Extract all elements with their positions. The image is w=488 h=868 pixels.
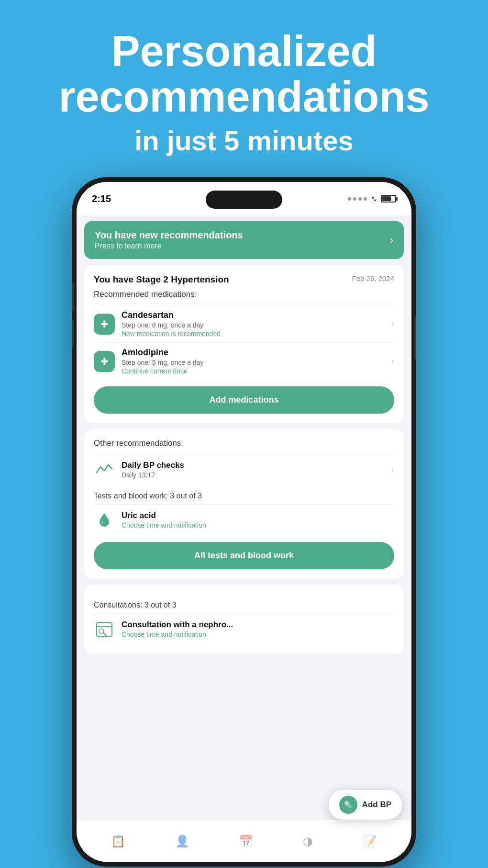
consult-icon [94, 619, 115, 640]
candesartan-name: Candesartan [122, 310, 391, 320]
bp-chart-icon [94, 459, 115, 480]
candesartan-dose: Step one: 8 mg, once a day [122, 321, 391, 329]
consultation-item[interactable]: Consultation with a nephro... Choose tim… [94, 613, 394, 644]
other-rec-label: Other recommendations: [94, 439, 394, 448]
chart-icon: ◑ [303, 834, 313, 848]
notes-icon: 📝 [363, 834, 377, 848]
nav-item-home[interactable]: 📋 [111, 834, 125, 848]
amlodipine-icon: ✚ [94, 351, 115, 372]
all-tests-button[interactable]: All tests and blood work [94, 542, 394, 569]
power-button [414, 316, 416, 359]
hero-title: Personalized recommendations [29, 29, 459, 119]
add-medications-button[interactable]: Add medications [94, 386, 394, 414]
volume-up-button [72, 282, 74, 311]
add-bp-icon: ♥ [339, 796, 357, 814]
banner-title: You have new recommendations [95, 230, 243, 241]
diagnosis-title: You have Stage 2 Hypertension [94, 274, 229, 285]
screen-content: You have new recommendations Press to le… [77, 215, 411, 862]
hero-section: Personalized recommendations in just 5 m… [0, 0, 488, 177]
volume-down-button [72, 320, 74, 349]
svg-line-4 [103, 633, 106, 636]
amlodipine-dose: Step one: 5 mg, once a day [122, 359, 391, 366]
bp-name: Daily BP checks [122, 461, 391, 470]
hero-subtitle: in just 5 minutes [29, 124, 459, 158]
tests-label: Tests and blood work: 3 out of 3 [94, 492, 394, 500]
svg-text:♥: ♥ [345, 800, 349, 806]
nav-item-calendar[interactable]: 📅 [239, 834, 253, 848]
daily-bp-item[interactable]: Daily BP checks Daily 13:17 › [94, 454, 394, 485]
nav-item-profile[interactable]: 👤 [175, 834, 189, 848]
consult-action: Choose time and notification [122, 631, 394, 638]
phone-frame: 2:15 ∿ You have new recommendations [72, 177, 416, 867]
amlodipine-arrow-icon: › [391, 356, 394, 366]
uric-info: Uric acid Choose time and notification [122, 511, 394, 529]
clipboard-icon: 📋 [111, 834, 125, 848]
hypertension-card: You have Stage 2 Hypertension Feb 26, 20… [84, 265, 404, 423]
uric-acid-item[interactable]: Uric acid Choose time and notification [94, 504, 394, 535]
recommendation-banner[interactable]: You have new recommendations Press to le… [84, 221, 404, 259]
nav-item-notes[interactable]: 📝 [363, 834, 377, 848]
medications-label: Recommended medications: [94, 290, 394, 299]
person-icon: 👤 [175, 834, 189, 848]
calendar-icon: 📅 [239, 834, 253, 848]
phone-screen: 2:15 ∿ You have new recommendations [77, 182, 411, 862]
consult-name: Consultation with a nephro... [122, 620, 394, 630]
pill-icon-2: ✚ [100, 356, 109, 367]
amlodipine-info: Amlodipine Step one: 5 mg, once a day Co… [122, 348, 391, 375]
signal-icon [348, 197, 367, 201]
amlodipine-name: Amlodipine [122, 348, 391, 358]
svg-point-0 [101, 521, 103, 523]
candesartan-info: Candesartan Step one: 8 mg, once a day N… [122, 310, 391, 338]
amlodipine-item[interactable]: ✚ Amlodipine Step one: 5 mg, once a day … [94, 342, 394, 380]
banner-text: You have new recommendations Press to le… [95, 230, 243, 250]
bp-arrow-icon: › [391, 465, 394, 475]
add-bp-label: Add BP [362, 800, 391, 810]
bottom-nav: 📋 👤 📅 ◑ 📝 [77, 820, 411, 862]
status-time: 2:15 [92, 193, 111, 204]
amlodipine-status: Continue current dose [122, 367, 391, 375]
battery-icon [381, 195, 396, 203]
bp-info: Daily BP checks Daily 13:17 [122, 461, 391, 479]
svg-rect-1 [97, 622, 112, 637]
banner-subtitle: Press to learn more [95, 242, 243, 250]
status-icons: ∿ [348, 194, 396, 203]
side-buttons [72, 282, 74, 349]
candesartan-status: New medication is recommended [122, 330, 391, 338]
pill-icon: ✚ [100, 318, 109, 330]
nav-item-stats[interactable]: ◑ [303, 834, 313, 848]
uric-action: Choose time and notification [122, 521, 394, 529]
card-header: You have Stage 2 Hypertension Feb 26, 20… [94, 274, 394, 285]
add-bp-button[interactable]: ♥ Add BP [329, 790, 402, 820]
other-recommendations-card: Other recommendations: Daily BP checks D… [84, 429, 404, 579]
uric-drop-icon [94, 509, 115, 530]
candesartan-item[interactable]: ✚ Candesartan Step one: 8 mg, once a day… [94, 305, 394, 342]
uric-name: Uric acid [122, 511, 394, 520]
dynamic-island [206, 191, 282, 209]
consultations-card: Consultations: 3 out of 3 Consultation w… [84, 585, 404, 654]
wifi-icon: ∿ [371, 194, 377, 203]
bp-schedule: Daily 13:17 [122, 471, 391, 479]
candesartan-arrow-icon: › [391, 319, 394, 329]
consultations-label: Consultations: 3 out of 3 [94, 601, 394, 609]
diagnosis-date: Feb 26, 2024 [352, 274, 394, 282]
consult-info: Consultation with a nephro... Choose tim… [122, 620, 394, 638]
candesartan-icon: ✚ [94, 314, 115, 335]
banner-arrow-icon: › [390, 234, 393, 247]
